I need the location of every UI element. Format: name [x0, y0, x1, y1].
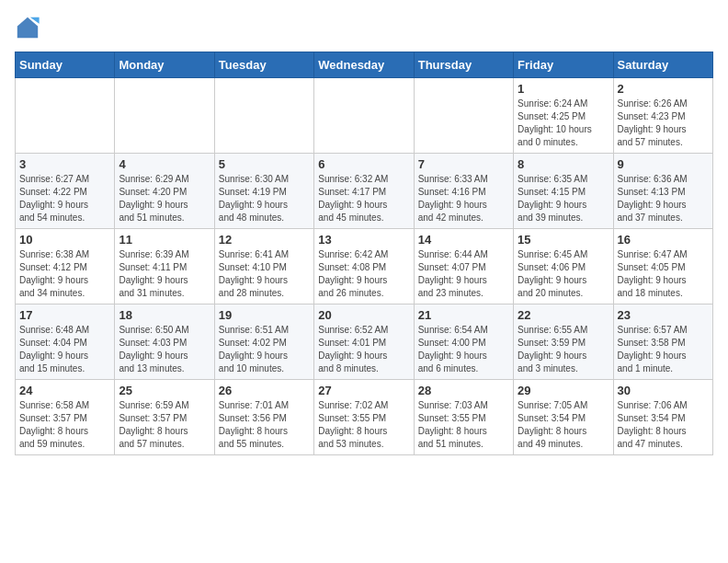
header-sunday: Sunday [16, 52, 115, 78]
day-info: Sunrise: 6:29 AM Sunset: 4:20 PM Dayligh… [119, 173, 210, 224]
day-info: Sunrise: 6:50 AM Sunset: 4:03 PM Dayligh… [119, 324, 210, 375]
day-info: Sunrise: 6:58 AM Sunset: 3:57 PM Dayligh… [19, 399, 110, 451]
calendar-cell: 19Sunrise: 6:51 AM Sunset: 4:02 PM Dayli… [214, 304, 313, 380]
day-info: Sunrise: 7:02 AM Sunset: 3:55 PM Dayligh… [318, 399, 409, 451]
day-number: 9 [618, 157, 709, 171]
calendar-cell: 16Sunrise: 6:47 AM Sunset: 4:05 PM Dayli… [613, 229, 712, 304]
calendar-cell [115, 78, 214, 154]
calendar-week-4: 17Sunrise: 6:48 AM Sunset: 4:04 PM Dayli… [16, 304, 713, 380]
day-number: 12 [219, 233, 310, 247]
calendar-cell: 18Sunrise: 6:50 AM Sunset: 4:03 PM Dayli… [115, 304, 214, 380]
calendar-cell: 12Sunrise: 6:41 AM Sunset: 4:10 PM Dayli… [214, 229, 313, 304]
day-number: 19 [219, 308, 310, 322]
day-number: 24 [19, 384, 110, 397]
day-number: 23 [618, 308, 709, 322]
header [15, 15, 713, 40]
calendar-week-2: 3Sunrise: 6:27 AM Sunset: 4:22 PM Daylig… [16, 154, 713, 229]
day-info: Sunrise: 7:01 AM Sunset: 3:56 PM Dayligh… [219, 399, 310, 451]
day-number: 11 [119, 233, 210, 247]
day-info: Sunrise: 6:38 AM Sunset: 4:12 PM Dayligh… [19, 248, 110, 300]
header-row: Sunday Monday Tuesday Wednesday Thursday… [16, 52, 713, 78]
calendar-week-3: 10Sunrise: 6:38 AM Sunset: 4:12 PM Dayli… [16, 229, 713, 304]
calendar-cell: 5Sunrise: 6:30 AM Sunset: 4:19 PM Daylig… [214, 154, 313, 229]
calendar-cell [314, 78, 414, 154]
calendar-cell: 2Sunrise: 6:26 AM Sunset: 4:23 PM Daylig… [613, 78, 712, 154]
day-number: 17 [19, 308, 110, 322]
calendar-cell [414, 78, 513, 154]
day-info: Sunrise: 6:47 AM Sunset: 4:05 PM Dayligh… [618, 248, 709, 300]
day-number: 14 [418, 233, 509, 247]
day-info: Sunrise: 7:05 AM Sunset: 3:54 PM Dayligh… [518, 399, 609, 451]
day-number: 6 [318, 157, 409, 171]
day-number: 1 [518, 82, 609, 96]
calendar-cell: 27Sunrise: 7:02 AM Sunset: 3:55 PM Dayli… [314, 380, 414, 455]
day-info: Sunrise: 6:44 AM Sunset: 4:07 PM Dayligh… [418, 248, 509, 300]
header-tuesday: Tuesday [214, 52, 313, 78]
day-info: Sunrise: 6:55 AM Sunset: 3:59 PM Dayligh… [518, 324, 609, 375]
day-number: 13 [318, 233, 409, 247]
day-info: Sunrise: 6:36 AM Sunset: 4:13 PM Dayligh… [618, 173, 709, 224]
day-info: Sunrise: 7:06 AM Sunset: 3:54 PM Dayligh… [618, 399, 709, 451]
calendar-cell: 14Sunrise: 6:44 AM Sunset: 4:07 PM Dayli… [414, 229, 513, 304]
day-info: Sunrise: 6:52 AM Sunset: 4:01 PM Dayligh… [318, 324, 409, 375]
calendar-cell: 7Sunrise: 6:33 AM Sunset: 4:16 PM Daylig… [414, 154, 513, 229]
day-number: 29 [518, 384, 609, 397]
day-number: 26 [219, 384, 310, 397]
day-info: Sunrise: 6:57 AM Sunset: 3:58 PM Dayligh… [618, 324, 709, 375]
header-saturday: Saturday [613, 52, 712, 78]
calendar-cell: 23Sunrise: 6:57 AM Sunset: 3:58 PM Dayli… [613, 304, 712, 380]
calendar-cell: 20Sunrise: 6:52 AM Sunset: 4:01 PM Dayli… [314, 304, 414, 380]
day-info: Sunrise: 6:42 AM Sunset: 4:08 PM Dayligh… [318, 248, 409, 300]
calendar-cell: 6Sunrise: 6:32 AM Sunset: 4:17 PM Daylig… [314, 154, 414, 229]
calendar-header: Sunday Monday Tuesday Wednesday Thursday… [16, 52, 713, 78]
day-info: Sunrise: 6:33 AM Sunset: 4:16 PM Dayligh… [418, 173, 509, 224]
calendar-cell: 11Sunrise: 6:39 AM Sunset: 4:11 PM Dayli… [115, 229, 214, 304]
day-info: Sunrise: 6:39 AM Sunset: 4:11 PM Dayligh… [119, 248, 210, 300]
calendar-cell: 29Sunrise: 7:05 AM Sunset: 3:54 PM Dayli… [514, 380, 613, 455]
day-number: 18 [119, 308, 210, 322]
header-friday: Friday [514, 52, 613, 78]
calendar-cell: 22Sunrise: 6:55 AM Sunset: 3:59 PM Dayli… [514, 304, 613, 380]
calendar-cell: 30Sunrise: 7:06 AM Sunset: 3:54 PM Dayli… [613, 380, 712, 455]
calendar-cell: 1Sunrise: 6:24 AM Sunset: 4:25 PM Daylig… [514, 78, 613, 154]
calendar-table: Sunday Monday Tuesday Wednesday Thursday… [15, 52, 713, 455]
day-number: 7 [418, 157, 509, 171]
calendar-cell: 3Sunrise: 6:27 AM Sunset: 4:22 PM Daylig… [16, 154, 115, 229]
day-number: 10 [19, 233, 110, 247]
calendar-cell [16, 78, 115, 154]
calendar-week-5: 24Sunrise: 6:58 AM Sunset: 3:57 PM Dayli… [16, 380, 713, 455]
header-thursday: Thursday [414, 52, 513, 78]
header-wednesday: Wednesday [314, 52, 414, 78]
day-number: 20 [318, 308, 409, 322]
logo-icon [15, 15, 40, 40]
day-number: 15 [518, 233, 609, 247]
day-number: 22 [518, 308, 609, 322]
day-number: 16 [618, 233, 709, 247]
calendar-cell: 15Sunrise: 6:45 AM Sunset: 4:06 PM Dayli… [514, 229, 613, 304]
day-info: Sunrise: 6:24 AM Sunset: 4:25 PM Dayligh… [518, 98, 609, 149]
calendar-cell: 13Sunrise: 6:42 AM Sunset: 4:08 PM Dayli… [314, 229, 414, 304]
calendar-cell: 8Sunrise: 6:35 AM Sunset: 4:15 PM Daylig… [514, 154, 613, 229]
calendar-cell: 4Sunrise: 6:29 AM Sunset: 4:20 PM Daylig… [115, 154, 214, 229]
header-monday: Monday [115, 52, 214, 78]
day-info: Sunrise: 6:30 AM Sunset: 4:19 PM Dayligh… [219, 173, 310, 224]
day-number: 28 [418, 384, 509, 397]
calendar-cell: 24Sunrise: 6:58 AM Sunset: 3:57 PM Dayli… [16, 380, 115, 455]
day-number: 3 [19, 157, 110, 171]
day-number: 2 [618, 82, 709, 96]
day-number: 27 [318, 384, 409, 397]
day-info: Sunrise: 6:59 AM Sunset: 3:57 PM Dayligh… [119, 399, 210, 451]
calendar-cell: 26Sunrise: 7:01 AM Sunset: 3:56 PM Dayli… [214, 380, 313, 455]
day-info: Sunrise: 6:51 AM Sunset: 4:02 PM Dayligh… [219, 324, 310, 375]
day-number: 30 [618, 384, 709, 397]
calendar-week-1: 1Sunrise: 6:24 AM Sunset: 4:25 PM Daylig… [16, 78, 713, 154]
day-number: 21 [418, 308, 509, 322]
day-info: Sunrise: 6:45 AM Sunset: 4:06 PM Dayligh… [518, 248, 609, 300]
calendar-cell: 25Sunrise: 6:59 AM Sunset: 3:57 PM Dayli… [115, 380, 214, 455]
day-info: Sunrise: 6:48 AM Sunset: 4:04 PM Dayligh… [19, 324, 110, 375]
calendar-cell [214, 78, 313, 154]
day-info: Sunrise: 6:54 AM Sunset: 4:00 PM Dayligh… [418, 324, 509, 375]
logo [15, 15, 44, 40]
calendar-body: 1Sunrise: 6:24 AM Sunset: 4:25 PM Daylig… [16, 78, 713, 455]
day-info: Sunrise: 6:26 AM Sunset: 4:23 PM Dayligh… [618, 98, 709, 149]
